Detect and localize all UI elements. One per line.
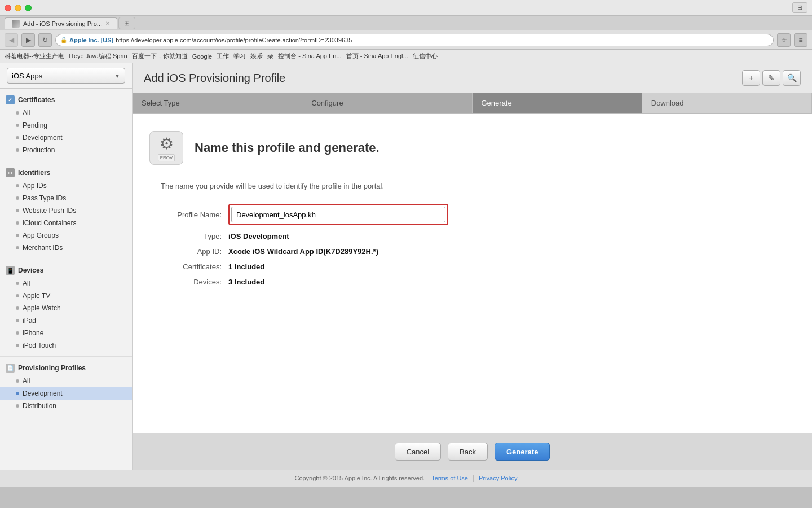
sidebar-item-merchant-ids[interactable]: Merchant IDs: [0, 242, 132, 254]
bullet-icon: [16, 392, 19, 395]
apple-watch-label: Apple Watch: [23, 304, 61, 312]
certificates-label: Certificates: [18, 96, 55, 104]
address-text: https://developer.apple.com/account/ios/…: [116, 37, 352, 43]
cancel-button[interactable]: Cancel: [395, 443, 441, 461]
address-bar[interactable]: 🔒 Apple Inc. [US] https://developer.appl…: [55, 34, 774, 46]
tab-title: Add - iOS Provisioning Pro...: [23, 20, 102, 27]
privacy-link[interactable]: Privacy Policy: [479, 475, 517, 481]
devices-icon: 📱: [6, 266, 15, 275]
bookmark-2[interactable]: 百度一下，你就知道: [132, 52, 188, 60]
bookmark-9[interactable]: 首页 - Sina App Engl...: [346, 52, 408, 60]
bookmark-5[interactable]: 学习: [233, 52, 246, 60]
sidebar-item-cert-development[interactable]: Development: [0, 132, 132, 144]
sidebar-item-ipad[interactable]: iPad: [0, 314, 132, 327]
terms-link[interactable]: Terms of Use: [431, 475, 468, 481]
app-ids-label: App IDs: [23, 182, 47, 190]
back-nav-button[interactable]: ◀: [5, 33, 18, 47]
type-label: Type:: [161, 232, 228, 240]
page-footer: Copyright © 2015 Apple Inc. All rights r…: [0, 470, 812, 487]
sidebar-item-app-groups[interactable]: App Groups: [0, 229, 132, 242]
devices-header: 📱 Devices: [0, 264, 132, 277]
sidebar-item-pass-type-ids[interactable]: Pass Type IDs: [0, 192, 132, 204]
step-generate[interactable]: Generate: [473, 93, 642, 113]
add-button[interactable]: +: [742, 70, 760, 86]
step-download-label: Download: [651, 99, 684, 107]
sidebar-item-ipod-touch[interactable]: iPod Touch: [0, 339, 132, 352]
app-id-label: App ID:: [161, 247, 228, 256]
prov-icon-label: PROV: [158, 154, 175, 161]
prov-all-label: All: [23, 377, 30, 385]
bullet-icon: [16, 196, 19, 200]
sidebar-header: iOS Apps ▼: [0, 63, 132, 89]
sidebar-item-devices-all[interactable]: All: [0, 277, 132, 290]
identifiers-header: ID Identifiers: [0, 166, 132, 179]
search-button[interactable]: 🔍: [783, 70, 801, 86]
provisioning-profiles-header: 📄 Provisioning Profiles: [0, 361, 132, 375]
bookmark-6[interactable]: 娱乐: [250, 52, 263, 60]
minimize-button[interactable]: [15, 5, 21, 11]
profile-name-row: Profile Name:: [149, 204, 795, 225]
sidebar-item-prov-all[interactable]: All: [0, 375, 132, 387]
bookmark-10[interactable]: 征信中心: [413, 52, 438, 60]
bookmark-7[interactable]: 杂: [267, 52, 273, 60]
sidebar-item-prov-distribution[interactable]: Distribution: [0, 400, 132, 412]
identifiers-section: ID Identifiers App IDs Pass Type IDs Web…: [0, 161, 132, 259]
new-tab-button[interactable]: ⊞: [118, 17, 135, 29]
bullet-icon: [16, 124, 19, 127]
profile-header: ⚙ PROV Name this profile and generate.: [149, 131, 795, 165]
tab-close-icon[interactable]: ✕: [105, 20, 110, 27]
identifiers-label: Identifiers: [18, 169, 50, 177]
chevron-down-icon: ▼: [114, 73, 120, 79]
sidebar-item-apple-watch[interactable]: Apple Watch: [0, 302, 132, 314]
sidebar-item-apple-tv[interactable]: Apple TV: [0, 290, 132, 302]
page-title: Add iOS Provisioning Profile: [144, 72, 285, 85]
bookmark-8[interactable]: 控制台 - Sina App En...: [278, 52, 342, 60]
bookmark-1[interactable]: ITeye Java编程 Sprin: [69, 52, 127, 60]
sidebar-item-cert-all[interactable]: All: [0, 107, 132, 119]
edit-button[interactable]: ✎: [762, 70, 780, 86]
sidebar-item-cert-pending[interactable]: Pending: [0, 119, 132, 132]
provisioning-profiles-label: Provisioning Profiles: [18, 364, 86, 372]
profile-name-input[interactable]: [231, 207, 445, 222]
sidebar-item-iphone[interactable]: iPhone: [0, 327, 132, 339]
step-download[interactable]: Download: [642, 93, 812, 113]
active-tab[interactable]: Add - iOS Provisioning Pro... ✕: [5, 17, 117, 29]
bullet-icon: [16, 234, 19, 237]
devices-section: 📱 Devices All Apple TV Apple Watch iPad: [0, 259, 132, 357]
bookmark-icon[interactable]: ☆: [777, 33, 791, 47]
bookmark-0[interactable]: 科茗电器--专业生产电: [5, 52, 64, 60]
bullet-icon: [16, 282, 19, 285]
window-control[interactable]: ⊞: [792, 2, 807, 13]
ssl-lock-icon: 🔒: [60, 37, 67, 43]
sidebar-item-website-push-ids[interactable]: Website Push IDs: [0, 204, 132, 217]
tab-bar: Add - iOS Provisioning Pro... ✕ ⊞: [0, 16, 812, 30]
maximize-button[interactable]: [25, 5, 32, 11]
certificates-section: ✓ Certificates All Pending Development P…: [0, 89, 132, 161]
generate-button[interactable]: Generate: [495, 443, 550, 461]
pass-type-ids-label: Pass Type IDs: [23, 194, 66, 202]
bookmark-3[interactable]: Google: [192, 53, 212, 60]
back-button[interactable]: Back: [448, 443, 488, 461]
bullet-icon: [16, 294, 19, 297]
step-configure[interactable]: Configure: [302, 93, 472, 113]
certificates-field-label: Certificates:: [161, 262, 228, 271]
bookmark-4[interactable]: 工作: [217, 52, 229, 60]
devices-value: 3 Included: [228, 278, 264, 286]
bookmarks-bar: 科茗电器--专业生产电 ITeye Java编程 Sprin 百度一下，你就知道…: [0, 50, 812, 63]
step-select-type[interactable]: Select Type: [133, 93, 302, 113]
bullet-icon: [16, 246, 19, 249]
forward-nav-button[interactable]: ▶: [21, 33, 35, 47]
devices-field-label: Devices:: [161, 278, 228, 286]
sidebar-item-app-ids[interactable]: App IDs: [0, 179, 132, 192]
settings-icon[interactable]: ≡: [794, 33, 807, 47]
ios-apps-dropdown[interactable]: iOS Apps ▼: [7, 68, 125, 84]
reload-button[interactable]: ↻: [38, 33, 52, 47]
step-select-type-label: Select Type: [142, 99, 180, 107]
sidebar-item-cert-production[interactable]: Production: [0, 144, 132, 156]
prov-dist-label: Distribution: [23, 402, 56, 410]
sidebar-item-prov-development[interactable]: Development: [0, 387, 132, 400]
sidebar-item-icloud-containers[interactable]: iCloud Containers: [0, 217, 132, 229]
certificates-row: Certificates: 1 Included: [149, 262, 795, 271]
description-text: The name you provide will be used to ide…: [161, 182, 795, 190]
close-button[interactable]: [5, 5, 11, 11]
